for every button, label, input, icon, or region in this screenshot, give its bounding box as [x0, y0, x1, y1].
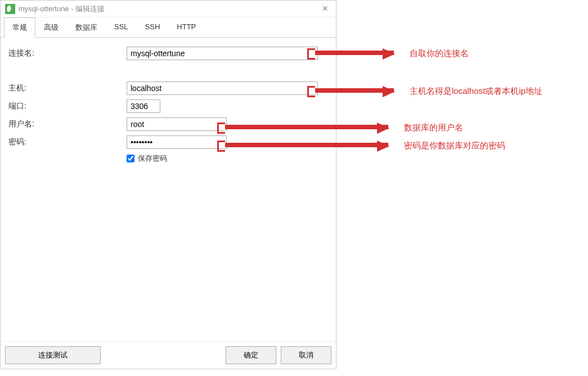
form-area: 连接名: 主机: 端口: 用户名: 密码: 保存密码	[1, 38, 336, 341]
annotation-text: 数据库的用户名	[404, 123, 463, 133]
checkbox-save-password[interactable]	[127, 155, 134, 162]
input-port[interactable]	[127, 99, 160, 113]
tabs-bar: 常规 高级 数据库 SSL SSH HTTP	[1, 17, 336, 38]
input-username[interactable]	[127, 117, 227, 131]
label-connection-name: 连接名:	[8, 48, 127, 58]
annotation-username: 数据库的用户名	[225, 123, 463, 133]
row-save-password: 保存密码	[127, 153, 328, 164]
titlebar: mysql-ottertune - 编辑连接 ×	[1, 1, 336, 17]
annotation-connection-name: 自取你的连接名	[315, 48, 469, 59]
annotation-text: 自取你的连接名	[410, 48, 469, 59]
input-password[interactable]	[127, 135, 227, 149]
ok-button[interactable]: 确定	[226, 346, 276, 364]
tab-http[interactable]: HTTP	[168, 17, 204, 38]
window-title: mysql-ottertune - 编辑连接	[19, 4, 318, 14]
label-port: 端口:	[8, 101, 127, 111]
app-icon	[5, 4, 15, 14]
input-host[interactable]	[127, 81, 318, 95]
test-connection-button[interactable]: 连接测试	[5, 346, 101, 364]
annotation-password: 密码是你数据库对应的密码	[225, 141, 505, 151]
footer: 连接测试 确定 取消	[1, 341, 336, 369]
tab-general[interactable]: 常规	[4, 17, 35, 38]
label-password: 密码:	[8, 137, 127, 147]
label-username: 用户名:	[8, 119, 127, 129]
annotation-text: 密码是你数据库对应的密码	[404, 141, 505, 151]
edit-connection-window: mysql-ottertune - 编辑连接 × 常规 高级 数据库 SSL S…	[0, 0, 336, 369]
tab-database[interactable]: 数据库	[67, 17, 106, 38]
annotation-text: 主机名得是localhost或者本机ip地址	[410, 86, 542, 97]
input-connection-name[interactable]	[127, 47, 318, 60]
row-host: 主机:	[8, 81, 328, 95]
row-port: 端口:	[8, 99, 328, 113]
row-connection-name: 连接名:	[8, 47, 328, 60]
annotation-host: 主机名得是localhost或者本机ip地址	[315, 86, 542, 97]
tab-ssl[interactable]: SSL	[106, 17, 137, 38]
tab-advanced[interactable]: 高级	[35, 17, 67, 38]
label-save-password: 保存密码	[138, 153, 167, 164]
label-host: 主机:	[8, 83, 127, 93]
cancel-button[interactable]: 取消	[281, 346, 331, 364]
close-icon[interactable]: ×	[318, 3, 331, 15]
footer-spacer	[105, 346, 221, 364]
tab-ssh[interactable]: SSH	[137, 17, 169, 38]
